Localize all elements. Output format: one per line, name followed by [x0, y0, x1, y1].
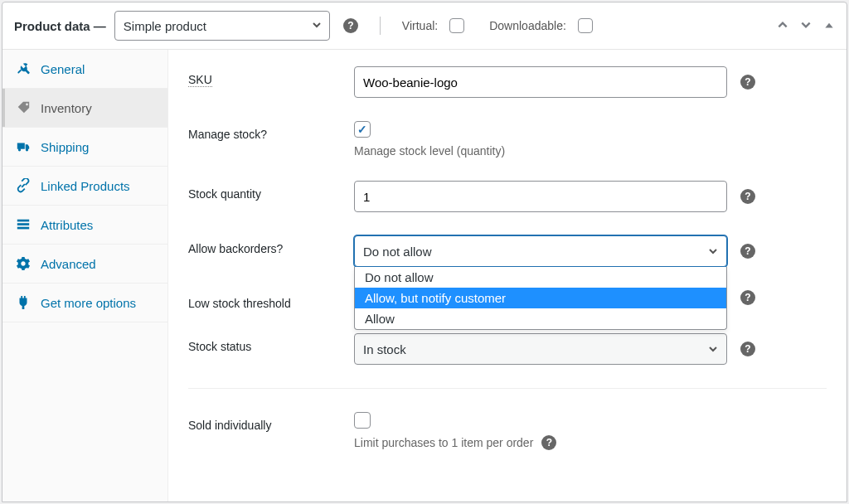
svg-rect-0	[17, 220, 29, 222]
panel-header-actions	[777, 19, 835, 33]
downloadable-label: Downloadable:	[489, 19, 566, 32]
stock-status-select[interactable]: In stock	[354, 333, 727, 365]
panel-header: Product data — Simple product ? Virtual:…	[2, 2, 847, 50]
backorders-label: Allow backorders?	[188, 235, 354, 255]
tab-label: Inventory	[41, 101, 92, 115]
tab-label: Get more options	[41, 296, 136, 310]
sold-individually-label: Sold individually	[188, 412, 354, 432]
chevron-down-icon	[708, 245, 718, 259]
tab-label: Shipping	[41, 140, 89, 154]
tab-get-more-options[interactable]: Get more options	[2, 284, 167, 322]
link-icon	[16, 178, 31, 193]
truck-icon	[16, 139, 31, 154]
sku-label: SKU	[188, 66, 212, 87]
panel-title: Product data —	[14, 19, 106, 33]
low-stock-label: Low stock threshold	[188, 290, 354, 310]
help-icon[interactable]: ?	[740, 290, 755, 305]
list-icon	[16, 217, 31, 232]
field-stock-quantity: Stock quantity ?	[188, 181, 827, 212]
product-type-select[interactable]: Simple product	[114, 11, 330, 41]
field-sold-individually: Sold individually Limit purchases to 1 i…	[188, 388, 827, 450]
help-icon[interactable]: ?	[740, 189, 755, 204]
svg-rect-2	[17, 227, 29, 230]
tab-label: Linked Products	[41, 179, 130, 193]
gear-icon	[16, 256, 31, 271]
help-icon[interactable]: ?	[541, 435, 556, 450]
move-up-icon[interactable]	[777, 19, 788, 33]
collapse-icon[interactable]	[823, 19, 835, 33]
field-sku: SKU ?	[188, 66, 827, 98]
tab-attributes[interactable]: Attributes	[2, 206, 167, 245]
svg-rect-1	[17, 223, 29, 225]
tag-icon	[16, 100, 31, 115]
tabs-sidebar: General Inventory Shipping Linked Produc…	[2, 50, 168, 502]
help-icon[interactable]: ?	[740, 244, 755, 259]
field-allow-backorders: Allow backorders? Do not allow Do not al…	[188, 235, 827, 267]
stock-quantity-label: Stock quantity	[188, 181, 354, 201]
tab-label: General	[41, 62, 85, 76]
backorders-option-do-not-allow[interactable]: Do not allow	[355, 267, 726, 288]
sold-individually-checkbox[interactable]	[354, 412, 371, 429]
backorders-option-allow-notify[interactable]: Allow, but notify customer	[355, 288, 726, 308]
product-type-value: Simple product	[124, 19, 206, 33]
help-icon[interactable]: ?	[740, 75, 755, 90]
sold-individually-desc: Limit purchases to 1 item per order	[354, 436, 533, 449]
manage-stock-checkbox[interactable]	[354, 121, 371, 138]
chevron-down-icon	[708, 342, 718, 356]
stock-quantity-input[interactable]	[354, 181, 727, 212]
field-stock-status: Stock status In stock ?	[188, 333, 827, 365]
tab-label: Advanced	[41, 257, 96, 271]
tab-advanced[interactable]: Advanced	[2, 245, 167, 284]
product-data-panel: Product data — Simple product ? Virtual:…	[2, 2, 847, 502]
plugin-icon	[16, 295, 31, 310]
stock-status-value: In stock	[363, 342, 406, 356]
separator	[380, 17, 381, 35]
tab-label: Attributes	[41, 218, 93, 232]
backorders-dropdown: Do not allow Allow, but notify customer …	[354, 267, 727, 330]
sku-input[interactable]	[354, 66, 727, 98]
field-manage-stock: Manage stock? Manage stock level (quanti…	[188, 121, 827, 158]
backorders-value: Do not allow	[363, 245, 432, 259]
manage-stock-desc: Manage stock level (quantity)	[354, 144, 505, 158]
tab-inventory[interactable]: Inventory	[2, 89, 167, 128]
virtual-label: Virtual:	[402, 19, 438, 32]
panel-body: General Inventory Shipping Linked Produc…	[2, 50, 847, 502]
stock-status-label: Stock status	[188, 333, 354, 353]
tab-shipping[interactable]: Shipping	[2, 128, 167, 167]
wrench-icon	[16, 61, 31, 76]
product-type-select-wrap: Simple product	[114, 11, 330, 41]
move-down-icon[interactable]	[800, 19, 812, 33]
tab-general[interactable]: General	[2, 50, 167, 89]
virtual-checkbox[interactable]	[449, 18, 464, 33]
help-icon[interactable]: ?	[740, 342, 755, 356]
downloadable-checkbox[interactable]	[578, 18, 593, 33]
tab-content: SKU ? Manage stock? Manage stock level (…	[168, 50, 847, 502]
manage-stock-label: Manage stock?	[188, 121, 354, 141]
backorders-option-allow[interactable]: Allow	[355, 308, 726, 329]
help-icon[interactable]: ?	[343, 18, 358, 33]
backorders-select[interactable]: Do not allow	[354, 235, 727, 267]
tab-linked-products[interactable]: Linked Products	[2, 167, 167, 206]
